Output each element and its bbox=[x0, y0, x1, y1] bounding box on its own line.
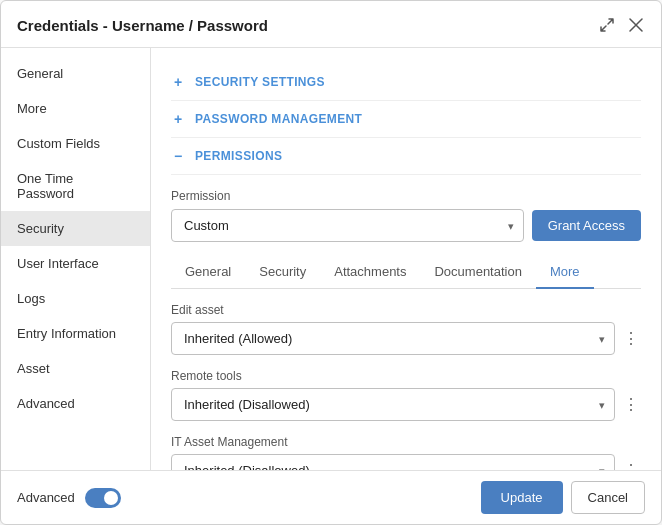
expand-icon-permissions: − bbox=[171, 148, 185, 164]
remote-tools-more-icon: ⋮ bbox=[623, 395, 639, 414]
update-button[interactable]: Update bbox=[481, 481, 563, 514]
tab-general[interactable]: General bbox=[171, 256, 245, 289]
section-permissions[interactable]: − PERMISSIONS bbox=[171, 138, 641, 175]
permissions-content: Permission Custom ▾ Grant Access General bbox=[171, 189, 641, 470]
sidebar-item-advanced[interactable]: Advanced bbox=[1, 386, 150, 421]
field-row-remote-tools: Inherited (Disallowed) ▾ ⋮ bbox=[171, 388, 641, 421]
field-label-remote-tools: Remote tools bbox=[171, 369, 641, 383]
field-label-it-asset-management: IT Asset Management bbox=[171, 435, 641, 449]
section-password-management[interactable]: + PASSWORD MANAGEMENT bbox=[171, 101, 641, 138]
edit-asset-more-button[interactable]: ⋮ bbox=[621, 325, 641, 352]
minimize-button[interactable] bbox=[597, 15, 617, 35]
sidebar-item-entry-information[interactable]: Entry Information bbox=[1, 316, 150, 351]
modal-body: General More Custom Fields One Time Pass… bbox=[1, 48, 661, 470]
sidebar-item-user-interface[interactable]: User Interface bbox=[1, 246, 150, 281]
tab-documentation[interactable]: Documentation bbox=[420, 256, 535, 289]
cancel-button[interactable]: Cancel bbox=[571, 481, 645, 514]
modal-container: Credentials - Username / Password Genera… bbox=[0, 0, 662, 525]
sidebar-item-one-time-password[interactable]: One Time Password bbox=[1, 161, 150, 211]
permission-row: Custom ▾ Grant Access bbox=[171, 209, 641, 242]
field-select-it-asset-management[interactable]: Inherited (Disallowed) bbox=[171, 454, 615, 470]
advanced-toggle[interactable] bbox=[85, 488, 121, 508]
minimize-icon bbox=[599, 17, 615, 33]
field-label-edit-asset: Edit asset bbox=[171, 303, 641, 317]
expand-icon-security-settings: + bbox=[171, 74, 185, 90]
modal-title: Credentials - Username / Password bbox=[17, 17, 268, 34]
header-icons bbox=[597, 15, 645, 35]
tab-attachments[interactable]: Attachments bbox=[320, 256, 420, 289]
permission-field-label: Permission bbox=[171, 189, 641, 203]
modal-footer: Advanced Update Cancel bbox=[1, 470, 661, 524]
field-select-wrapper-edit-asset: Inherited (Allowed) ▾ bbox=[171, 322, 615, 355]
section-label-security-settings: SECURITY SETTINGS bbox=[195, 75, 325, 89]
field-select-edit-asset[interactable]: Inherited (Allowed) bbox=[171, 322, 615, 355]
permission-select-wrapper: Custom ▾ bbox=[171, 209, 524, 242]
remote-tools-more-button[interactable]: ⋮ bbox=[621, 391, 641, 418]
modal-header: Credentials - Username / Password bbox=[1, 1, 661, 48]
section-security-settings[interactable]: + SECURITY SETTINGS bbox=[171, 64, 641, 101]
tab-security[interactable]: Security bbox=[245, 256, 320, 289]
sidebar-item-asset[interactable]: Asset bbox=[1, 351, 150, 386]
advanced-label: Advanced bbox=[17, 490, 75, 505]
sidebar-item-more[interactable]: More bbox=[1, 91, 150, 126]
permission-select[interactable]: Custom bbox=[171, 209, 524, 242]
field-group-remote-tools: Remote tools Inherited (Disallowed) ▾ ⋮ bbox=[171, 369, 641, 421]
it-asset-more-button[interactable]: ⋮ bbox=[621, 457, 641, 470]
close-icon bbox=[629, 18, 643, 32]
toggle-slider bbox=[85, 488, 121, 508]
field-select-remote-tools[interactable]: Inherited (Disallowed) bbox=[171, 388, 615, 421]
permissions-tabs: General Security Attachments Documentati… bbox=[171, 256, 641, 289]
sidebar-item-security[interactable]: Security bbox=[1, 211, 150, 246]
tab-more[interactable]: More bbox=[536, 256, 594, 289]
sidebar: General More Custom Fields One Time Pass… bbox=[1, 48, 151, 470]
field-select-wrapper-it-asset-management: Inherited (Disallowed) ▾ bbox=[171, 454, 615, 470]
section-label-permissions: PERMISSIONS bbox=[195, 149, 282, 163]
grant-access-button[interactable]: Grant Access bbox=[532, 210, 641, 241]
expand-icon-password-management: + bbox=[171, 111, 185, 127]
section-label-password-management: PASSWORD MANAGEMENT bbox=[195, 112, 362, 126]
footer-right: Update Cancel bbox=[481, 481, 645, 514]
footer-left: Advanced bbox=[17, 488, 121, 508]
content-area: + SECURITY SETTINGS + PASSWORD MANAGEMEN… bbox=[151, 48, 661, 470]
edit-asset-more-icon: ⋮ bbox=[623, 329, 639, 348]
it-asset-more-icon: ⋮ bbox=[623, 461, 639, 470]
field-row-it-asset-management: Inherited (Disallowed) ▾ ⋮ bbox=[171, 454, 641, 470]
field-group-edit-asset: Edit asset Inherited (Allowed) ▾ ⋮ bbox=[171, 303, 641, 355]
sidebar-item-custom-fields[interactable]: Custom Fields bbox=[1, 126, 150, 161]
field-group-it-asset-management: IT Asset Management Inherited (Disallowe… bbox=[171, 435, 641, 470]
field-select-wrapper-remote-tools: Inherited (Disallowed) ▾ bbox=[171, 388, 615, 421]
close-button[interactable] bbox=[627, 16, 645, 34]
sidebar-item-logs[interactable]: Logs bbox=[1, 281, 150, 316]
field-row-edit-asset: Inherited (Allowed) ▾ ⋮ bbox=[171, 322, 641, 355]
sidebar-item-general[interactable]: General bbox=[1, 56, 150, 91]
